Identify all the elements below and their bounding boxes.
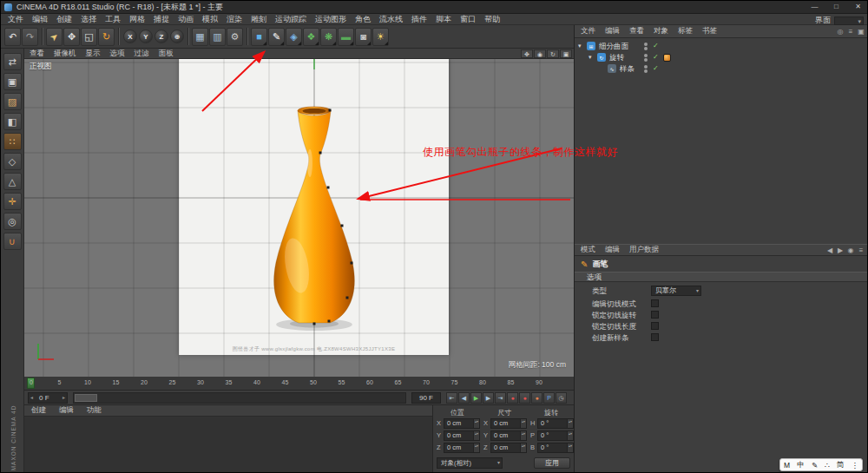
viewport-canvas[interactable]: 正视图 图怪兽才子 www.glsxjlafgkw.com 电.ZX8W4SWH… [24,59,574,377]
om-lock-icon[interactable]: ▣ [856,28,866,36]
vase-model[interactable] [274,107,355,331]
coord-value-field[interactable]: 0 °▴▾ [537,443,574,453]
visibility-dots[interactable] [644,54,648,62]
power-slider[interactable] [73,392,406,404]
coordinate-system-icon[interactable]: ⊕ [170,30,184,43]
move-tool-icon[interactable]: ✥ [63,28,80,46]
spinner-icon[interactable]: ▴▾ [520,443,526,452]
spinner-icon[interactable]: ▴▾ [567,419,573,428]
attribute-tab-1[interactable]: 编辑 [605,245,620,255]
editor-visibility-dot[interactable] [644,65,648,69]
close-button[interactable]: ✕ [847,1,868,14]
viewport-menu-item-1[interactable]: 摄像机 [54,49,76,59]
ime-item-5[interactable]: ⋮ [851,461,858,470]
goto-end-button[interactable]: ⇥ [495,392,506,404]
coord-value-field[interactable]: 0 cm▴▾ [490,418,527,429]
record-position-button[interactable]: ● [531,392,542,404]
ime-item-1[interactable]: 中 [797,460,805,470]
polygons-mode-icon[interactable]: △ [3,173,22,190]
undo-icon[interactable]: ↶ [4,28,21,46]
am-lock-icon[interactable]: ◉ [845,246,856,254]
expander-icon[interactable]: ▾ [578,43,582,49]
ime-item-3[interactable]: ⸫ [825,460,829,470]
redo-icon[interactable]: ↷ [22,28,38,46]
option-checkbox[interactable] [651,322,659,330]
spinner-icon[interactable]: ▴▾ [567,443,573,452]
material-menu-item-0[interactable]: 创建 [31,405,46,416]
editor-visibility-dot[interactable] [644,54,648,57]
object-menu-item-2[interactable]: 查看 [629,26,644,36]
menubar-item-11[interactable]: 运动跟踪 [271,14,311,25]
floor-icon[interactable]: ▬ [338,28,354,46]
object-row-2[interactable]: ∿样条✓ [575,63,868,75]
pan-view-icon[interactable]: ✥ [521,49,533,58]
menubar-item-5[interactable]: 网格 [125,14,149,25]
light-icon[interactable]: ☀ [372,28,389,46]
spline-pen-icon[interactable]: ✎ [268,28,285,46]
coord-value-field[interactable]: 0 °▴▾ [537,418,574,429]
render-picture-viewer-icon[interactable]: ▥ [209,28,226,46]
scale-tool-icon[interactable]: ◱ [81,28,97,46]
minimize-button[interactable]: — [804,1,825,14]
spinner-icon[interactable]: ▴▾ [473,431,479,440]
visibility-dots[interactable] [644,43,648,51]
menubar-item-2[interactable]: 创建 [52,14,76,25]
object-manager[interactable]: ▾⊞细分曲面✓▾↻旋转✓∿样条✓ [575,38,868,244]
workplane-mode-icon[interactable]: ◧ [3,113,22,130]
attribute-tab-0[interactable]: 模式 [581,245,595,255]
zoom-view-icon[interactable]: ◉ [534,49,546,58]
generator-icon[interactable]: ❖ [303,28,319,46]
frame-increment-arrow[interactable]: ▸ [62,393,65,403]
material-menu-item-1[interactable]: 编辑 [59,405,74,416]
attribute-tab-2[interactable]: 用户数据 [629,245,659,255]
texture-tag-icon[interactable] [663,54,671,62]
spinner-icon[interactable]: ▴▾ [567,431,573,440]
make-editable-icon[interactable]: ⇄ [3,53,22,70]
coord-value-field[interactable]: 0 °▴▾ [537,430,574,441]
expander-icon[interactable]: ▾ [589,54,592,61]
object-row-0[interactable]: ▾⊞细分曲面✓ [575,41,868,52]
menubar-item-0[interactable]: 文件 [3,14,28,25]
object-menu-item-0[interactable]: 文件 [581,26,595,36]
x-axis-lock-icon[interactable]: X [123,30,137,43]
menubar-item-16[interactable]: 脚本 [431,14,456,25]
am-back-icon[interactable]: ◀ [825,246,835,254]
object-row-1[interactable]: ▾↻旋转✓ [575,52,868,63]
object-menu-item-3[interactable]: 对象 [654,26,668,36]
title-bar[interactable]: CINEMA 4D R18.011 Studio (RC - R18) - [未… [1,1,868,14]
ime-item-4[interactable]: 简 [837,460,845,470]
prev-key-button[interactable]: ◀ [458,392,470,404]
spinner-icon[interactable]: ▴▾ [520,419,526,428]
coord-value-field[interactable]: 0 cm▴▾ [490,430,527,441]
om-search-icon[interactable]: ◎ [835,28,845,36]
menubar-item-7[interactable]: 动画 [174,14,198,25]
am-menu-icon[interactable]: ≡ [856,246,866,254]
frame-decrement-arrow[interactable]: ◂ [30,393,33,403]
record-keyframe-button[interactable]: ● [507,392,518,404]
menubar-item-13[interactable]: 角色 [351,14,375,25]
ime-item-0[interactable]: M [784,461,790,470]
viewport-menu-item-0[interactable]: 查看 [30,49,44,59]
viewport-menu-item-5[interactable]: 面板 [159,49,174,59]
maximize-button[interactable]: □ [825,1,847,14]
enabled-check-icon[interactable]: ✓ [653,64,659,72]
y-axis-lock-icon[interactable]: Y [139,30,153,43]
scene-camera-icon[interactable]: ◙ [355,28,372,46]
coordinate-mode-dropdown[interactable]: 对象(相对) ▾ [437,457,503,469]
viewport-solo-icon[interactable]: ◎ [3,213,22,230]
next-key-button[interactable]: ▶ [483,392,494,404]
option-checkbox[interactable] [651,333,659,341]
object-menu-item-5[interactable]: 书签 [702,26,717,36]
enabled-check-icon[interactable]: ✓ [653,53,659,61]
menubar-item-12[interactable]: 运动图形 [311,14,351,25]
apply-button[interactable]: 应用 [534,457,570,469]
om-filter-icon[interactable]: ≡ [845,28,856,36]
model-mode-icon[interactable]: ▣ [3,73,22,90]
rotate-view-icon[interactable]: ↻ [547,49,559,58]
option-checkbox[interactable] [651,311,659,319]
render-settings-icon[interactable]: ⚙ [227,28,243,46]
coord-value-field[interactable]: 0 cm▴▾ [444,418,480,429]
play-button[interactable]: ▶ [470,392,482,404]
viewport-menu-item-3[interactable]: 选项 [110,49,125,59]
object-menu-item-4[interactable]: 标签 [678,26,693,36]
